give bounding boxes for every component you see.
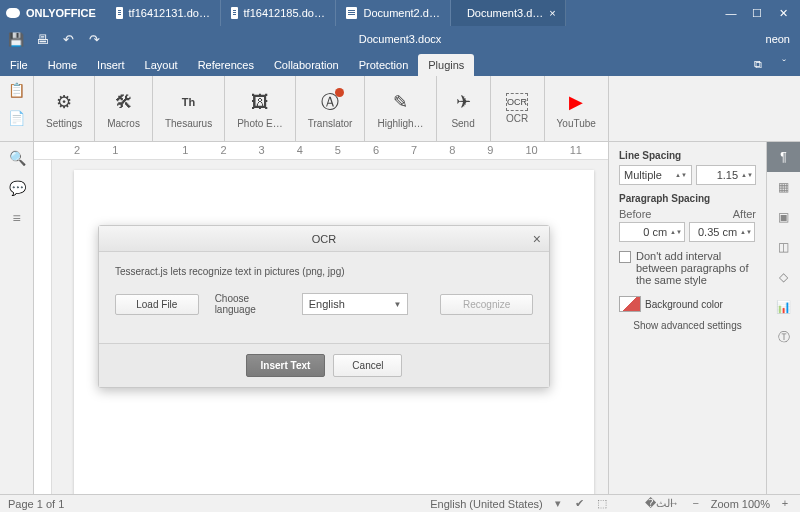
- document-icon: [116, 7, 123, 19]
- send-icon: ✈: [449, 88, 477, 116]
- cancel-button[interactable]: Cancel: [333, 354, 402, 377]
- menu-insert[interactable]: Insert: [87, 54, 135, 76]
- window-controls: — ☐ ✕: [720, 7, 794, 20]
- chevron-down-icon: ▼: [393, 300, 401, 309]
- document-icon: [346, 7, 358, 19]
- ruler-tick: 5: [335, 144, 341, 156]
- header-tab[interactable]: ◫: [767, 232, 800, 262]
- collapse-ribbon-icon[interactable]: ˇ: [776, 56, 792, 72]
- spinner-icon: ▲▼: [675, 173, 687, 178]
- comments-icon[interactable]: 💬: [9, 180, 25, 196]
- thesaurus-icon: Th: [175, 88, 203, 116]
- ribbon-send[interactable]: ✈Send: [437, 76, 491, 141]
- menu-protection[interactable]: Protection: [349, 54, 419, 76]
- document-tabs: tf16412131.do… tf16412185.do… Document2.…: [106, 0, 720, 26]
- ribbon-settings[interactable]: ⚙Settings: [34, 76, 95, 141]
- open-location-icon[interactable]: ⧉: [750, 56, 766, 72]
- recognize-button[interactable]: Recognize: [440, 294, 533, 315]
- horizontal-ruler[interactable]: 2112345678910111213141516: [34, 142, 608, 160]
- gear-icon: ⚙: [50, 88, 78, 116]
- dialog-close-icon[interactable]: ×: [533, 231, 541, 247]
- dont-add-interval-checkbox[interactable]: Don't add interval between paragraphs of…: [619, 250, 756, 286]
- headings-icon[interactable]: ≡: [9, 210, 25, 226]
- advanced-settings-link[interactable]: Show advanced settings: [619, 320, 756, 331]
- ruler-tick: 4: [297, 144, 303, 156]
- ruler-tick: 8: [449, 144, 455, 156]
- doc-tab[interactable]: tf16412185.do…: [221, 0, 336, 26]
- spacing-after[interactable]: 0.35 cm▲▼: [689, 222, 755, 242]
- ribbon: 📋 📄 ⚙Settings 🛠Macros ThThesaurus 🖼Photo…: [0, 76, 800, 142]
- line-spacing-value[interactable]: 1.15▲▼: [696, 165, 756, 185]
- tracking-icon[interactable]: ⬚: [595, 497, 609, 511]
- language-select[interactable]: English ▼: [302, 293, 409, 315]
- ruler-tick: 10: [525, 144, 537, 156]
- image-tab[interactable]: ▣: [767, 202, 800, 232]
- tools-icon: 🛠: [110, 88, 138, 116]
- ribbon-youtube[interactable]: ▶YouTube: [545, 76, 609, 141]
- spinner-icon: ▲▼: [670, 230, 682, 235]
- ribbon-highlight[interactable]: ✎Highligh…: [365, 76, 436, 141]
- vertical-ruler[interactable]: [34, 160, 52, 494]
- redo-icon[interactable]: ↷: [86, 31, 102, 47]
- print-icon[interactable]: 🖶: [34, 31, 50, 47]
- undo-icon[interactable]: ↶: [60, 31, 76, 47]
- dialog-title-bar[interactable]: OCR ×: [99, 226, 549, 252]
- menu-layout[interactable]: Layout: [135, 54, 188, 76]
- maximize-icon[interactable]: ☐: [750, 7, 764, 20]
- menu-references[interactable]: References: [188, 54, 264, 76]
- fit-page-icon[interactable]: �الث: [645, 497, 659, 511]
- ribbon-thesaurus[interactable]: ThThesaurus: [153, 76, 225, 141]
- doc-tab[interactable]: Document2.d…: [336, 0, 451, 26]
- insert-text-button[interactable]: Insert Text: [246, 354, 326, 377]
- menu-plugins[interactable]: Plugins: [418, 54, 474, 76]
- ribbon-translator[interactable]: ⒶTranslator: [296, 76, 366, 141]
- language-status[interactable]: English (United States): [430, 498, 543, 510]
- fit-width-icon[interactable]: ↔: [667, 497, 681, 511]
- doc-tab-active[interactable]: Document3.d…×: [451, 0, 566, 26]
- copy-icon[interactable]: 📋: [8, 82, 26, 100]
- doc-tab[interactable]: tf16412131.do…: [106, 0, 221, 26]
- menu-file[interactable]: File: [0, 54, 38, 76]
- chevron-down-icon[interactable]: ▾: [551, 497, 565, 511]
- ribbon-photoed[interactable]: 🖼Photo E…: [225, 76, 296, 141]
- ruler-tick: 7: [411, 144, 417, 156]
- spacing-before[interactable]: 0 cm▲▼: [619, 222, 685, 242]
- ribbon-macros[interactable]: 🛠Macros: [95, 76, 153, 141]
- background-color-button[interactable]: [619, 296, 641, 312]
- background-color-label: Background color: [645, 299, 723, 310]
- youtube-icon: ▶: [562, 88, 590, 116]
- page-scroll[interactable]: OCR × Tesseract.js lets recognize text i…: [34, 160, 608, 494]
- after-label: After: [733, 208, 756, 220]
- load-file-button[interactable]: Load File: [115, 294, 199, 315]
- chart-tab[interactable]: 📊: [767, 292, 800, 322]
- save-icon[interactable]: 💾: [8, 31, 24, 47]
- menu-home[interactable]: Home: [38, 54, 87, 76]
- textart-tab[interactable]: Ⓣ: [767, 322, 800, 352]
- paragraph-tab[interactable]: ¶: [767, 142, 800, 172]
- ribbon-ocr[interactable]: OCROCR: [491, 76, 545, 141]
- line-spacing-mode[interactable]: Multiple▲▼: [619, 165, 692, 185]
- spinner-icon: ▲▼: [740, 230, 752, 235]
- menubar: File Home Insert Layout References Colla…: [0, 52, 800, 76]
- ruler-tick: 2: [220, 144, 226, 156]
- spellcheck-icon[interactable]: ✔: [573, 497, 587, 511]
- ribbon-clipboard: 📋 📄: [0, 76, 34, 141]
- spinner-icon: ▲▼: [741, 173, 753, 178]
- ruler-tick: 11: [570, 144, 582, 156]
- user-label[interactable]: neon: [766, 33, 800, 45]
- paste-icon[interactable]: 📄: [8, 110, 26, 128]
- close-tab-icon[interactable]: ×: [549, 7, 555, 19]
- document-title: Document3.docx: [359, 33, 442, 45]
- left-panel: 🔍 💬 ≡: [0, 142, 34, 494]
- minimize-icon[interactable]: —: [724, 7, 738, 20]
- zoom-in-icon[interactable]: +: [778, 497, 792, 511]
- table-tab[interactable]: ▦: [767, 172, 800, 202]
- shape-tab[interactable]: ◇: [767, 262, 800, 292]
- menu-collaboration[interactable]: Collaboration: [264, 54, 349, 76]
- zoom-label[interactable]: Zoom 100%: [711, 498, 770, 510]
- search-icon[interactable]: 🔍: [9, 150, 25, 166]
- highlight-icon: ✎: [387, 88, 415, 116]
- page-count[interactable]: Page 1 of 1: [8, 498, 64, 510]
- close-icon[interactable]: ✕: [776, 7, 790, 20]
- zoom-out-icon[interactable]: −: [689, 497, 703, 511]
